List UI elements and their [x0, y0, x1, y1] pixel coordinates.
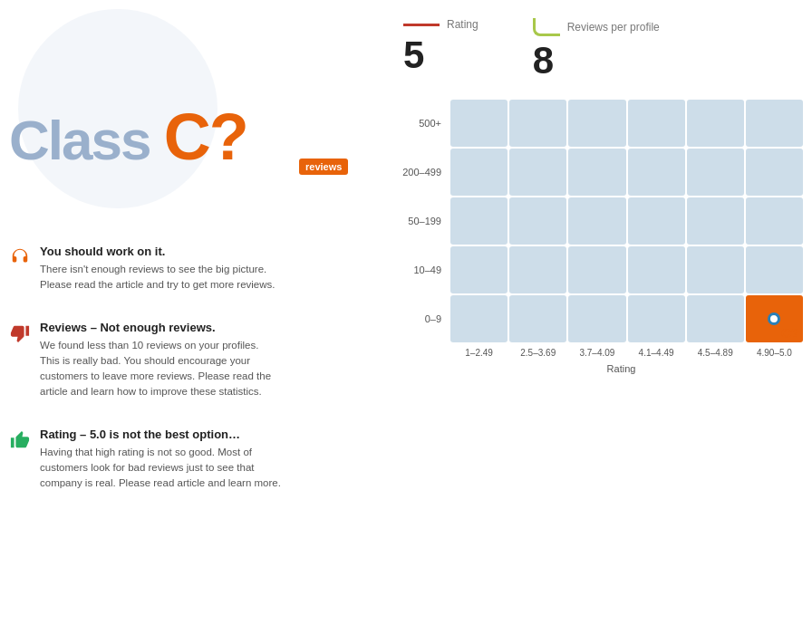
cell-r1-c1 [509, 149, 566, 196]
col-label-0: 1–2.49 [450, 348, 508, 358]
info-content-1: You should work on it. There isn't enoug… [40, 245, 281, 293]
cell-r1-c4 [687, 149, 744, 196]
cell-r2-c1 [509, 197, 566, 245]
cell-grade-label: C? [781, 325, 799, 341]
headphone-icon [9, 246, 31, 268]
cell-r2-c5 [746, 197, 803, 245]
active-dot [768, 312, 780, 325]
cell-r2-c3 [628, 197, 685, 245]
cell-r4-c4 [687, 295, 744, 342]
list-item: Reviews – Not enough reviews. We found l… [9, 321, 281, 400]
info-desc-3: Having that high rating is not so good. … [40, 445, 281, 492]
info-desc-2: We found less than 10 reviews on your pr… [40, 338, 281, 400]
info-content-2: Reviews – Not enough reviews. We found l… [40, 321, 281, 400]
rating-label: Rating [447, 18, 478, 31]
info-title-3: Rating – 5.0 is not the best option… [40, 428, 281, 441]
cell-r2-c0 [450, 197, 508, 245]
reviews-line-icon [533, 18, 560, 36]
col-label-5: 4.90–5.0 [746, 348, 803, 358]
reviews-per-profile-stat: Reviews per profile 8 [533, 18, 660, 82]
col-label-2: 3.7–4.09 [568, 348, 625, 358]
rating-line-icon [403, 24, 440, 26]
cell-r1-c3 [628, 149, 685, 196]
list-item: Rating – 5.0 is not the best option… Hav… [9, 428, 281, 492]
grade-heading: Class C? [9, 100, 247, 174]
cell-r4-c2 [568, 295, 625, 342]
list-item: You should work on it. There isn't enoug… [9, 245, 281, 293]
cell-r3-c2 [568, 246, 625, 293]
chart-grid: 500+ 200–499 50–199 10–49 [394, 100, 803, 342]
stats-header: Rating 5 Reviews per profile 8 [376, 0, 812, 100]
reviews-per-profile-value: 8 [533, 40, 660, 82]
rating-legend: Rating [403, 18, 478, 31]
right-panel: Rating 5 Reviews per profile 8 500+ 200–… [376, 0, 812, 644]
row-label-50: 50–199 [394, 197, 449, 245]
cell-r0-c4 [687, 100, 744, 147]
reviews-legend: Reviews per profile [533, 18, 660, 36]
reviews-badge: reviews [299, 159, 348, 175]
info-list: You should work on it. There isn't enoug… [9, 245, 281, 518]
cell-r1-c0 [450, 149, 508, 196]
cell-r2-c2 [568, 197, 625, 245]
col-label-1: 2.5–3.69 [509, 348, 566, 358]
info-title-1: You should work on it. [40, 245, 281, 258]
cell-r2-c4 [687, 197, 744, 245]
row-label-0: 0–9 [394, 295, 449, 342]
rating-axis-label: Rating [385, 363, 803, 374]
thumbdown-icon [9, 322, 31, 344]
info-desc-1: There isn't enough reviews to see the bi… [40, 262, 281, 293]
grade-letter: C [164, 101, 209, 173]
grade-question: ? [209, 101, 247, 173]
cell-r4-c1 [509, 295, 566, 342]
cell-r0-c1 [509, 100, 566, 147]
col-labels: 1–2.49 2.5–3.69 3.7–4.09 4.1–4.49 4.5–4.… [394, 348, 803, 358]
col-label-4: 4.5–4.89 [687, 348, 744, 358]
row-label-500: 500+ [394, 100, 449, 147]
thumbup-icon [9, 429, 31, 451]
chart-area: 500+ 200–499 50–199 10–49 [376, 100, 812, 374]
cell-r3-c5 [746, 246, 803, 293]
info-content-3: Rating – 5.0 is not the best option… Hav… [40, 428, 281, 492]
active-cell: C? [746, 295, 803, 342]
cell-r3-c0 [450, 246, 508, 293]
rating-value: 5 [403, 34, 478, 76]
cell-r0-c5 [746, 100, 803, 147]
cell-r0-c2 [568, 100, 625, 147]
cell-r4-c3 [628, 295, 685, 342]
cell-r0-c3 [628, 100, 685, 147]
class-text: Class [9, 109, 150, 171]
cell-r3-c1 [509, 246, 566, 293]
info-title-2: Reviews – Not enough reviews. [40, 321, 281, 334]
cell-r1-c5 [746, 149, 803, 196]
left-panel: Class C? reviews You should work on it. … [0, 0, 381, 644]
rating-stat: Rating 5 [403, 18, 478, 76]
row-label-10: 10–49 [394, 246, 449, 293]
col-label-3: 4.1–4.49 [628, 348, 685, 358]
reviews-per-profile-label: Reviews per profile [567, 21, 660, 34]
cell-r3-c3 [628, 246, 685, 293]
cell-r3-c4 [687, 246, 744, 293]
cell-r4-c0 [450, 295, 508, 342]
cell-r0-c0 [450, 100, 508, 147]
cell-r1-c2 [568, 149, 625, 196]
row-label-200: 200–499 [394, 149, 449, 196]
